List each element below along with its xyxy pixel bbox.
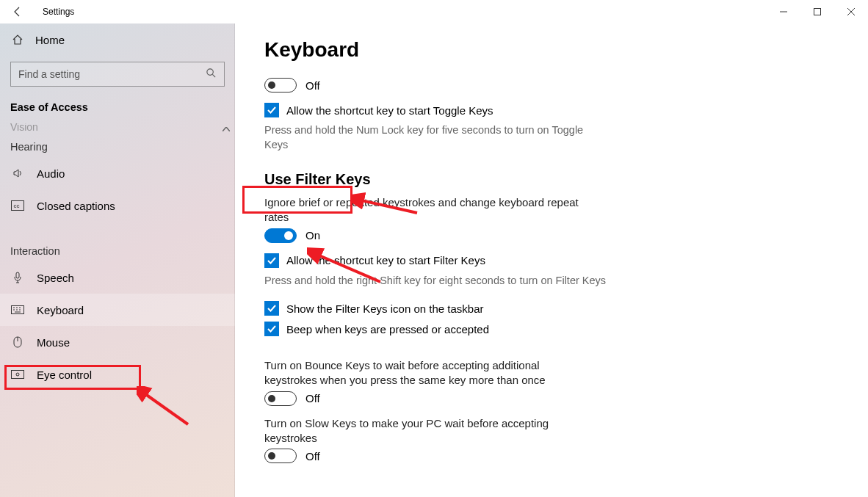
svg-rect-1 — [814, 9, 821, 15]
content-area: Keyboard Off Allow the shortcut key to s… — [235, 23, 868, 497]
close-button[interactable] — [834, 0, 868, 23]
toggle-label: On — [305, 229, 320, 242]
page-body: Off Allow the shortcut key to start Togg… — [235, 78, 868, 488]
sidebar-item-eye-control[interactable]: Eye control — [0, 358, 235, 391]
sidebar-item-mouse[interactable]: Mouse — [0, 326, 235, 358]
window-title: Settings — [43, 7, 74, 17]
nav-home-label: Home — [35, 34, 65, 46]
titlebar: Settings — [0, 0, 868, 23]
toggle-label: Off — [305, 450, 320, 462]
sidebar-item-closed-captions[interactable]: cc Closed captions — [0, 189, 235, 222]
search-input[interactable] — [18, 68, 206, 80]
checkbox-show-taskbar-icon[interactable] — [264, 301, 279, 316]
toggle-filter-keys[interactable] — [264, 228, 297, 243]
back-button[interactable] — [0, 0, 35, 23]
sidebar-item-label: Speech — [37, 272, 74, 284]
speaker-icon — [10, 167, 25, 179]
home-icon — [10, 34, 25, 46]
nav-home[interactable]: Home — [0, 23, 235, 56]
sidebar-section-title: Ease of Access — [0, 101, 235, 113]
maximize-button[interactable] — [800, 0, 834, 23]
sidebar-category-interaction: Interaction — [0, 235, 235, 261]
svg-rect-17 — [12, 371, 24, 379]
description-text: Turn on Slow Keys to make your PC wait b… — [264, 416, 587, 446]
description-text: Turn on Bounce Keys to wait before accep… — [264, 358, 587, 388]
scroll-up-button[interactable] — [220, 123, 232, 135]
toggle-toggle-keys-sound[interactable] — [264, 78, 297, 92]
checkbox-beep[interactable] — [264, 322, 279, 336]
microphone-icon — [10, 272, 25, 283]
sidebar-item-label: Keyboard — [37, 304, 84, 316]
checkbox-label: Show the Filter Keys icon on the taskbar — [286, 302, 483, 315]
svg-line-3 — [212, 74, 215, 77]
description-text: Press and hold the Num Lock key for five… — [264, 123, 587, 152]
toggle-label: Off — [305, 79, 320, 92]
section-heading-filter-keys: Use Filter Keys — [264, 171, 839, 188]
description-text: Press and hold the right Shift key for e… — [264, 274, 617, 289]
svg-point-18 — [16, 373, 19, 376]
sidebar-item-speech[interactable]: Speech — [0, 261, 235, 294]
svg-point-2 — [207, 68, 213, 74]
svg-rect-6 — [16, 272, 19, 278]
checkbox-label: Allow the shortcut key to start Filter K… — [286, 254, 485, 266]
svg-text:cc: cc — [14, 203, 20, 209]
sidebar: Home Ease of Access Vision Hearing Audio — [0, 23, 235, 497]
sidebar-item-partial: Vision — [0, 123, 235, 131]
sidebar-item-label: Audio — [37, 167, 65, 180]
description-text: Ignore brief or repeated keystrokes and … — [264, 195, 587, 225]
toggle-label: Off — [305, 392, 320, 405]
page-title: Keyboard — [235, 23, 868, 75]
sidebar-category-hearing: Hearing — [0, 131, 235, 157]
sidebar-item-audio[interactable]: Audio — [0, 157, 235, 189]
eye-control-icon — [10, 370, 25, 379]
window-controls — [767, 0, 868, 23]
sidebar-item-label: Mouse — [37, 336, 70, 349]
closed-captions-icon: cc — [10, 200, 25, 211]
search-icon — [206, 68, 217, 81]
keyboard-icon — [10, 305, 25, 314]
sidebar-item-label: Closed captions — [37, 200, 115, 212]
sidebar-item-keyboard[interactable]: Keyboard — [0, 294, 235, 326]
checkbox-filter-keys-shortcut[interactable] — [264, 253, 279, 268]
minimize-button[interactable] — [767, 0, 800, 23]
toggle-bounce-keys[interactable] — [264, 391, 297, 406]
checkbox-toggle-keys-shortcut[interactable] — [264, 103, 279, 117]
mouse-icon — [10, 336, 25, 348]
search-box[interactable] — [10, 62, 225, 87]
toggle-slow-keys[interactable] — [264, 449, 297, 463]
sidebar-nav-list: Vision Hearing Audio cc Closed captions — [0, 123, 235, 391]
checkbox-label: Allow the shortcut key to start Toggle K… — [286, 104, 493, 117]
sidebar-item-label: Eye control — [37, 369, 92, 381]
checkbox-label: Beep when keys are pressed or accepted — [286, 323, 489, 335]
